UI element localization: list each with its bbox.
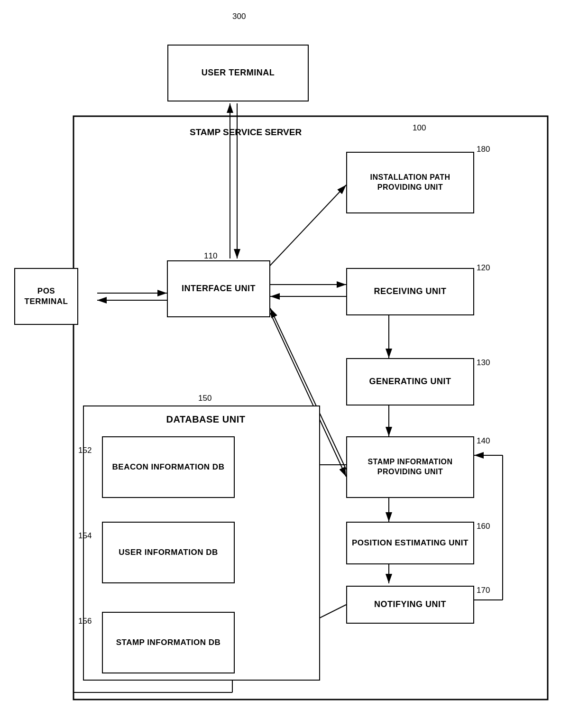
label-160: 160 [477,522,490,531]
receiving-unit-box: RECEIVING UNIT [346,268,474,315]
label-170: 170 [477,586,490,595]
interface-unit-box: INTERFACE UNIT [167,260,270,317]
user-terminal-box: USER TERMINAL [167,45,309,101]
label-140: 140 [477,436,490,446]
stamp-info-db-box: STAMP INFORMATION DB [102,612,235,673]
generating-unit-box: GENERATING UNIT [346,358,474,405]
label-120: 120 [477,263,490,273]
svg-line-11 [266,185,346,270]
label-100: 100 [413,123,426,133]
label-300: 300 [232,12,246,21]
label-130: 130 [477,358,490,368]
user-info-db-box: USER INFORMATION DB [102,522,235,583]
notifying-unit-box: NOTIFYING UNIT [346,586,474,624]
beacon-info-db-box: BEACON INFORMATION DB [102,436,235,498]
label-156: 156 [78,617,92,626]
stamp-info-providing-box: STAMP INFORMATION PROVIDING UNIT [346,436,474,498]
label-150: 150 [198,394,211,403]
label-152: 152 [78,446,92,455]
pos-terminal-box: POS TERMINAL [14,268,78,325]
position-estimating-box: POSITION ESTIMATING UNIT [346,522,474,564]
diagram: 300 USER TERMINAL 100 STAMP SERVICE SERV… [0,0,588,728]
label-154: 154 [78,531,92,541]
label-180: 180 [477,145,490,154]
stamp-service-server-label: STAMP SERVICE SERVER [190,127,302,138]
installation-path-box: INSTALLATION PATH PROVIDING UNIT [346,152,474,213]
label-110: 110 [204,251,217,261]
